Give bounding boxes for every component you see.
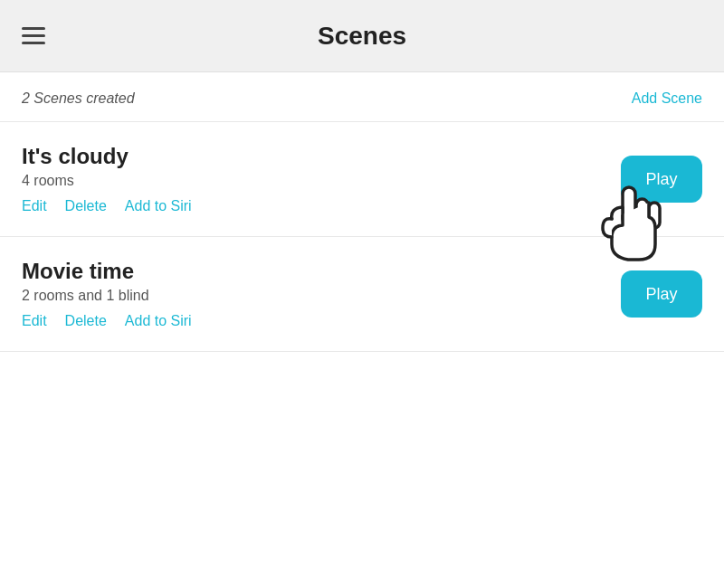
scene-delete-2[interactable]: Delete <box>65 313 107 329</box>
scene-item-2: Movie time 2 rooms and 1 blind Edit Dele… <box>0 237 724 352</box>
scene-name-1: It's cloudy <box>22 144 621 169</box>
scene-actions-1: Edit Delete Add to Siri <box>22 198 621 214</box>
page-title: Scenes <box>318 22 406 51</box>
scenes-count-label: 2 Scenes created <box>22 90 135 107</box>
play-button-container-1: Play <box>621 156 702 203</box>
play-button-container-2: Play <box>621 270 702 318</box>
scene-actions-2: Edit Delete Add to Siri <box>22 313 621 329</box>
scene-add-to-siri-2[interactable]: Add to Siri <box>125 313 192 329</box>
svg-rect-2 <box>649 203 660 228</box>
menu-button[interactable] <box>22 27 45 44</box>
app-header: Scenes <box>0 0 724 72</box>
play-button-1[interactable]: Play <box>621 156 702 203</box>
sub-header: 2 Scenes created Add Scene <box>0 72 724 122</box>
scene-rooms-1: 4 rooms <box>22 173 621 189</box>
scene-edit-1[interactable]: Edit <box>22 198 47 214</box>
scene-info-2: Movie time 2 rooms and 1 blind Edit Dele… <box>22 259 621 329</box>
scene-rooms-2: 2 rooms and 1 blind <box>22 288 621 304</box>
scene-delete-1[interactable]: Delete <box>65 198 107 214</box>
scene-edit-2[interactable]: Edit <box>22 313 47 329</box>
scene-add-to-siri-1[interactable]: Add to Siri <box>125 198 192 214</box>
add-scene-button[interactable]: Add Scene <box>632 90 702 107</box>
svg-rect-1 <box>636 199 648 228</box>
scene-name-2: Movie time <box>22 259 621 284</box>
play-button-2[interactable]: Play <box>621 270 702 318</box>
scene-info-1: It's cloudy 4 rooms Edit Delete Add to S… <box>22 144 621 214</box>
scene-list: It's cloudy 4 rooms Edit Delete Add to S… <box>0 122 724 352</box>
scene-item-1: It's cloudy 4 rooms Edit Delete Add to S… <box>0 122 724 237</box>
